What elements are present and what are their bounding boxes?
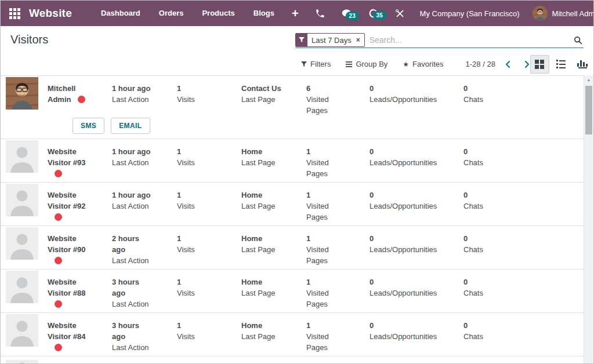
leads-value: 0	[370, 320, 463, 331]
chats-value: 0	[463, 320, 584, 331]
search-magnifier-icon[interactable]	[574, 36, 584, 45]
email-button[interactable]: EMAIL	[111, 118, 150, 134]
search-bar: Last 7 Days ×	[295, 32, 584, 48]
apps-grid-icon[interactable]	[9, 8, 20, 19]
visited-pages-label: Visited Pages	[306, 201, 340, 223]
scrollbar-thumb[interactable]	[585, 86, 592, 134]
visited-pages-cell: 1 Visited Pages	[306, 227, 370, 269]
tools-wrench-icon[interactable]	[387, 9, 413, 19]
menu-blogs[interactable]: Blogs	[244, 1, 284, 26]
visits-label: Visits	[177, 244, 241, 255]
leads-cell: 0 Leads/Opportunities	[370, 227, 463, 269]
last-action-value: 3 hours ago	[112, 276, 154, 299]
messages-count-badge[interactable]: 23	[346, 12, 359, 20]
visitor-card[interactable]: Website Visitor #90 2 hours ago Last Act…	[1, 226, 584, 270]
online-status-dot	[55, 344, 62, 351]
visitor-name-cell: Website Visitor #88	[48, 271, 112, 312]
search-facet-chip[interactable]: Last 7 Days ×	[295, 33, 365, 47]
view-list-button[interactable]	[552, 55, 571, 74]
visitor-name-cell: Website Visitor #84	[48, 314, 112, 356]
visits-label: Visits	[177, 331, 241, 342]
visitor-card[interactable]: Website Visitor #88 3 hours ago Last Act…	[1, 270, 584, 313]
search-input[interactable]	[367, 35, 574, 45]
scroll-up-icon[interactable]: ▲	[584, 75, 593, 83]
online-status-dot	[55, 300, 62, 308]
partial-next-row[interactable]	[1, 356, 584, 363]
visited-pages-value: 1	[306, 276, 370, 287]
chats-label: Chats	[463, 244, 584, 255]
chats-label: Chats	[463, 287, 584, 299]
visitor-name-cell: Website Visitor #90	[48, 227, 112, 269]
visited-pages-label: Visited Pages	[306, 244, 340, 266]
visits-value: 1	[177, 190, 241, 201]
favorites-button[interactable]: ★ Favorites	[403, 60, 443, 68]
list-icon	[556, 60, 566, 68]
visited-pages-cell: 1 Visited Pages	[306, 184, 370, 225]
favorites-star-icon: ★	[403, 60, 409, 68]
visits-value: 1	[177, 320, 241, 331]
visitor-list: Mitchell Admin 1 hour ago Last Action 1 …	[1, 75, 584, 363]
leads-label: Leads/Opportunities	[370, 331, 463, 342]
facet-remove-icon[interactable]: ×	[356, 34, 364, 46]
visited-pages-value: 1	[306, 320, 370, 331]
visitor-card[interactable]: Mitchell Admin 1 hour ago Last Action 1 …	[1, 76, 584, 139]
visitor-name: Website Visitor #92	[48, 191, 86, 210]
leads-cell: 0 Leads/Opportunities	[370, 184, 463, 225]
visitor-name: Website Visitor #88	[48, 278, 86, 297]
view-graph-button[interactable]	[573, 55, 592, 74]
last-action-value: 1 hour ago	[112, 83, 154, 94]
last-action-value: 1 hour ago	[112, 146, 154, 157]
pager-prev-icon[interactable]	[505, 60, 510, 68]
app-window: Website Dashboard Orders Products Blogs …	[0, 0, 594, 364]
online-status-dot	[55, 170, 62, 177]
leads-label: Leads/Opportunities	[370, 244, 463, 255]
messages-icon[interactable]: 23	[333, 9, 360, 19]
pager-next-icon[interactable]	[524, 60, 530, 68]
kanban-icon	[535, 60, 544, 69]
chats-cell: 0 Chats	[463, 184, 584, 225]
visited-pages-label: Visited Pages	[306, 287, 340, 310]
leads-value: 0	[370, 146, 463, 157]
vertical-scrollbar[interactable]: ▲	[584, 75, 593, 363]
visits-label: Visits	[177, 287, 241, 299]
last-action-label: Last Action	[112, 157, 177, 168]
last-page-label: Last Page	[241, 331, 306, 342]
last-page-value: Home	[241, 276, 306, 287]
filters-button[interactable]: Filters	[301, 60, 331, 68]
user-name[interactable]: Mitchell Admin	[552, 9, 594, 18]
visitor-name: Website Visitor #90	[48, 234, 86, 254]
menu-products[interactable]: Products	[193, 1, 244, 26]
visited-pages-value: 1	[306, 233, 370, 244]
menu-orders[interactable]: Orders	[150, 1, 193, 26]
sms-button[interactable]: SMS	[73, 118, 104, 134]
chats-label: Chats	[463, 94, 584, 105]
activities-clock-icon[interactable]: 35	[360, 8, 387, 19]
last-page-cell: Home Last Page	[241, 227, 306, 269]
pager-range[interactable]: 1-28 / 28	[466, 60, 495, 68]
chats-value: 0	[463, 146, 584, 157]
visitor-card[interactable]: Website Visitor #93 1 hour ago Last Acti…	[1, 139, 584, 183]
leads-value: 0	[370, 233, 463, 244]
visitor-name-cell: Website Visitor #93	[48, 140, 112, 182]
visitor-avatar	[6, 271, 38, 303]
last-action-value: 1 hour ago	[112, 190, 154, 201]
facet-funnel-icon	[296, 34, 307, 46]
user-avatar[interactable]	[533, 6, 548, 21]
visitor-card[interactable]: Website Visitor #84 3 hours ago Last Act…	[1, 313, 584, 356]
visits-label: Visits	[177, 201, 241, 212]
company-switcher[interactable]: My Company (San Francisco)	[420, 9, 520, 18]
visits-cell: 1 Visits	[177, 77, 241, 139]
view-kanban-button[interactable]	[530, 55, 549, 74]
menu-dashboard[interactable]: Dashboard	[92, 1, 150, 26]
last-page-value: Home	[241, 190, 306, 201]
phone-icon[interactable]	[307, 9, 333, 19]
control-panel: Visitors Last 7 Days × Filters Group By	[1, 26, 593, 75]
visitor-avatar	[6, 140, 38, 173]
last-action-label: Last Action	[112, 201, 177, 212]
visitor-card[interactable]: Website Visitor #92 1 hour ago Last Acti…	[1, 183, 584, 226]
group-by-button[interactable]: Group By	[346, 60, 387, 68]
activities-count-badge[interactable]: 35	[373, 11, 386, 20]
leads-value: 0	[370, 276, 463, 287]
app-name[interactable]: Website	[29, 7, 72, 20]
new-content-plus-icon[interactable]: +	[284, 1, 307, 26]
